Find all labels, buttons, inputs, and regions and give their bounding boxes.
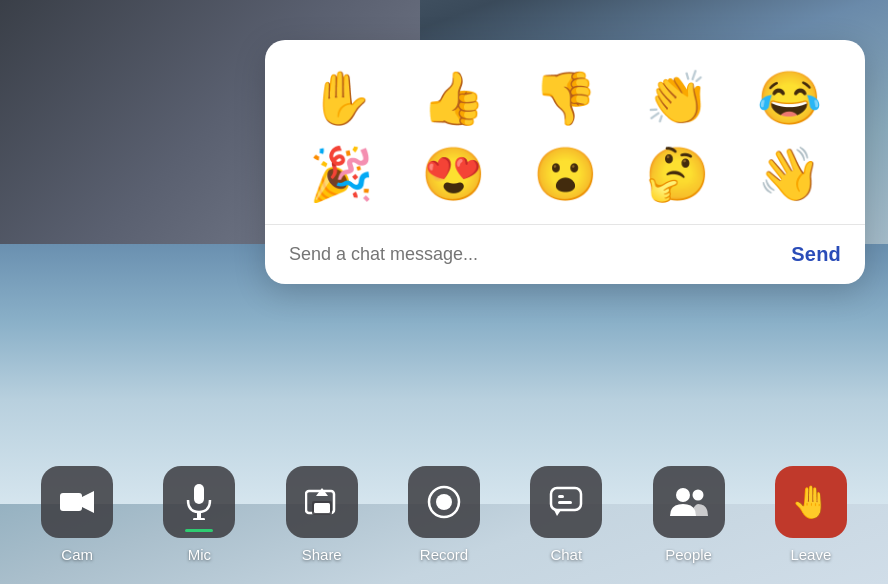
emoji-wow[interactable]: 😮 (513, 140, 617, 208)
svg-point-10 (436, 494, 452, 510)
emoji-wave[interactable]: 👋 (737, 140, 841, 208)
toolbar-item-leave[interactable]: 🤚 Leave (750, 466, 872, 563)
emoji-laugh-cry[interactable]: 😂 (737, 64, 841, 132)
chat-input-area: Send (265, 225, 865, 284)
svg-rect-7 (314, 503, 330, 513)
svg-rect-3 (197, 512, 201, 518)
people-icon-bg (653, 466, 725, 538)
chat-label: Chat (550, 546, 582, 563)
emoji-thumbs-up[interactable]: 👍 (401, 64, 505, 132)
emoji-chat-panel: ✋ 👍 👎 👏 😂 🎉 😍 😮 🤔 👋 S (265, 40, 865, 284)
mic-label: Mic (188, 546, 211, 563)
share-label: Share (302, 546, 342, 563)
svg-marker-1 (82, 491, 94, 513)
svg-rect-0 (60, 493, 82, 511)
toolbar-item-cam[interactable]: Cam (16, 466, 138, 563)
svg-point-15 (692, 490, 703, 501)
mic-icon (186, 484, 212, 520)
emoji-grid: ✋ 👍 👎 👏 😂 🎉 😍 😮 🤔 👋 (265, 40, 865, 225)
people-icon (670, 486, 708, 518)
toolbar: Cam Mic Share (0, 454, 888, 584)
leave-icon: 🤚 (791, 486, 831, 518)
toolbar-item-share[interactable]: Share (261, 466, 383, 563)
share-icon-bg (286, 466, 358, 538)
record-label: Record (420, 546, 468, 563)
chat-icon (549, 486, 583, 518)
people-label: People (665, 546, 712, 563)
record-icon-bg (408, 466, 480, 538)
svg-point-14 (676, 488, 690, 502)
emoji-clap[interactable]: 👏 (625, 64, 729, 132)
send-button[interactable]: Send (791, 243, 841, 266)
svg-rect-13 (558, 501, 572, 504)
svg-rect-2 (194, 484, 204, 504)
share-icon (305, 487, 339, 517)
emoji-thumbs-down[interactable]: 👎 (513, 64, 617, 132)
mic-active-bar (185, 529, 213, 532)
svg-rect-12 (558, 495, 564, 498)
leave-icon-bg: 🤚 (775, 466, 847, 538)
cam-label: Cam (61, 546, 93, 563)
chat-message-input[interactable] (289, 244, 779, 265)
mic-icon-bg (163, 466, 235, 538)
toolbar-item-mic[interactable]: Mic (138, 466, 260, 563)
cam-icon (60, 489, 94, 515)
toolbar-item-people[interactable]: People (627, 466, 749, 563)
toolbar-item-chat[interactable]: Chat (505, 466, 627, 563)
record-icon (426, 484, 462, 520)
emoji-party[interactable]: 🎉 (289, 140, 393, 208)
emoji-thinking[interactable]: 🤔 (625, 140, 729, 208)
svg-rect-11 (551, 488, 581, 510)
emoji-raise-hand[interactable]: ✋ (289, 64, 393, 132)
emoji-heart-eyes[interactable]: 😍 (401, 140, 505, 208)
leave-label: Leave (790, 546, 831, 563)
chat-icon-bg (530, 466, 602, 538)
toolbar-item-record[interactable]: Record (383, 466, 505, 563)
svg-rect-4 (193, 518, 205, 520)
cam-icon-bg (41, 466, 113, 538)
